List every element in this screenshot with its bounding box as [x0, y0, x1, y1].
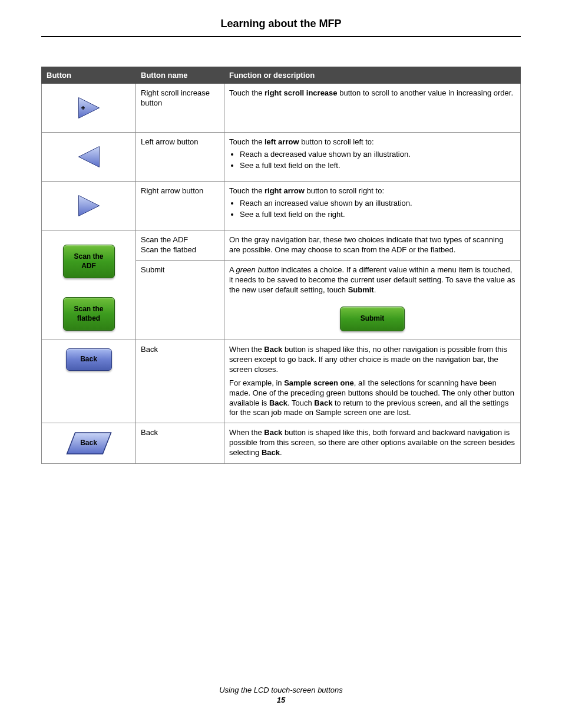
back-button-parallelogram[interactable]: Back — [66, 431, 112, 455]
button-name-cell: Right scroll increase button — [136, 84, 224, 133]
description-cell: When the Back button is shaped like this… — [224, 340, 521, 423]
submit-button[interactable]: Submit — [340, 307, 405, 331]
header-function: Function or description — [224, 67, 521, 84]
page-footer: Using the LCD touch-screen buttons 15 — [0, 686, 562, 704]
table-row: Left arrow button Touch the left arrow b… — [42, 133, 521, 182]
description-cell: Touch the right scroll increase button t… — [224, 84, 521, 133]
list-item: Reach a decreased value shown by an illu… — [240, 150, 515, 160]
button-name-cell: Back — [136, 423, 224, 464]
page-title: Learning about the MFP — [41, 18, 521, 36]
svg-marker-3 — [78, 147, 99, 167]
description-cell: Touch the right arrow button to scroll r… — [224, 182, 521, 230]
footer-section: Using the LCD touch-screen buttons — [0, 686, 562, 694]
button-name-cell: Submit — [136, 260, 224, 340]
left-arrow-icon — [74, 142, 104, 172]
back-button-rounded[interactable]: Back — [66, 348, 112, 371]
right-scroll-increase-icon — [74, 93, 104, 123]
description-cell: When the Back button is shaped like this… — [224, 423, 521, 464]
svg-marker-4 — [78, 196, 99, 216]
button-name-cell: Back — [136, 340, 224, 423]
description-cell: A green button indicates a choice. If a … — [224, 260, 521, 340]
scan-adf-button[interactable]: Scan the ADF — [63, 245, 115, 278]
list-item: See a full text field on the right. — [240, 210, 515, 220]
table-row: Back Back When the Back button is shaped… — [42, 423, 521, 464]
button-name-cell: Scan the ADF Scan the flatbed — [136, 230, 224, 261]
back-label: Back — [80, 439, 97, 448]
table-row: Right arrow button Touch the right arrow… — [42, 182, 521, 230]
description-cell: Touch the left arrow button to scroll le… — [224, 133, 521, 182]
button-name-cell: Left arrow button — [136, 133, 224, 182]
header-button: Button — [42, 67, 136, 84]
title-divider — [41, 36, 521, 37]
list-item: See a full text field on the left. — [240, 161, 515, 171]
table-row: Scan the ADF Scan the flatbed Scan the A… — [42, 230, 521, 261]
footer-page-number: 15 — [0, 696, 562, 704]
scan-flatbed-button[interactable]: Scan the flatbed — [63, 297, 115, 331]
buttons-table: Button Button name Function or descripti… — [41, 67, 521, 464]
right-arrow-icon — [74, 191, 104, 220]
button-name-cell: Right arrow button — [136, 182, 224, 230]
header-button-name: Button name — [136, 67, 224, 84]
list-item: Reach an increased value shown by an ill… — [240, 199, 515, 209]
description-cell: On the gray navigation bar, these two ch… — [224, 230, 521, 261]
table-row: Back Back When the Back button is shaped… — [42, 340, 521, 423]
table-row: Right scroll increase button Touch the r… — [42, 84, 521, 133]
